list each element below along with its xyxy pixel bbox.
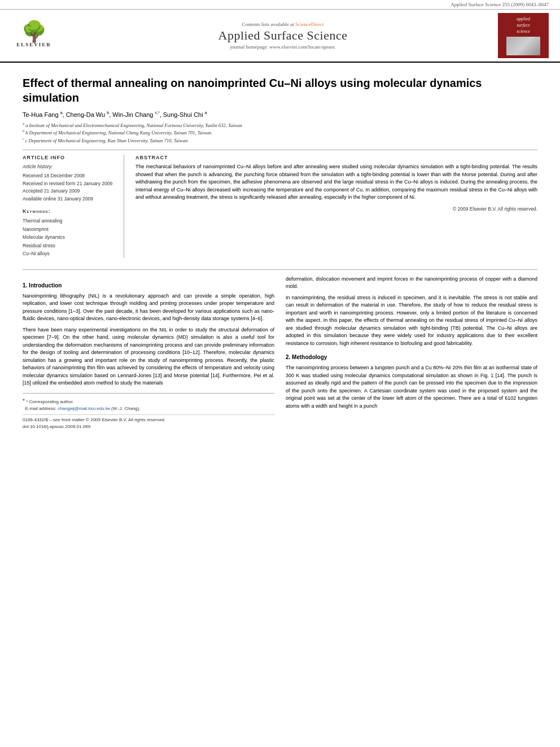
abstract-label: ABSTRACT bbox=[135, 155, 537, 160]
article-history: Article history: Received 18 December 20… bbox=[23, 163, 118, 203]
keyword-1: Nanoimprint bbox=[23, 226, 49, 232]
tree-icon: 🌳 bbox=[21, 21, 47, 42]
elsevier-text: ELSEVIER bbox=[16, 42, 51, 47]
journal-homepage: journal homepage: www.elsevier.com/locat… bbox=[68, 44, 498, 50]
main-content: Effect of thermal annealing on nanoimpri… bbox=[0, 63, 560, 439]
affil-c: c c Department of Mechanical Engineering… bbox=[23, 137, 537, 145]
intro-col2-para1: deformation, dislocation movement and im… bbox=[286, 276, 537, 291]
body-col-left: 1. Introduction Nanoimprinting lithograp… bbox=[23, 276, 274, 430]
keyword-2: Molecular dynamics bbox=[23, 234, 65, 240]
abstract-text: The mechanical behaviors of nanoimprinte… bbox=[135, 163, 537, 202]
article-info-abstract: ARTICLE INFO Article history: Received 1… bbox=[23, 150, 537, 257]
footer-corresponding: * * Corresponding author. bbox=[23, 397, 274, 405]
authors: Te-Hua Fang a, Cheng-Da Wu b, Win-Jin Ch… bbox=[23, 111, 537, 118]
journal-badge: applied surface science bbox=[498, 13, 549, 58]
history-label: Article history: bbox=[23, 163, 118, 171]
footer-issn-line: 0169-4332/$ – see front matter © 2009 El… bbox=[23, 414, 274, 430]
intro-para1: Nanoimprinting lithography (NIL) is a re… bbox=[23, 292, 274, 323]
section2-heading: 2. Methodology bbox=[286, 353, 537, 361]
sciencedirect-link[interactable]: ScienceDirect bbox=[295, 21, 323, 27]
footer-email[interactable]: changwj@mail.ksu.edu.tw bbox=[58, 406, 110, 411]
journal-ref-text: Applied Surface Science 255 (2009) 6043–… bbox=[450, 2, 549, 7]
keyword-3: Residual stress bbox=[23, 243, 55, 248]
body-two-col: 1. Introduction Nanoimprinting lithograp… bbox=[23, 276, 537, 430]
page: Applied Surface Science 255 (2009) 6043–… bbox=[0, 0, 560, 439]
section1-heading: 1. Introduction bbox=[23, 281, 274, 290]
badge-text: applied surface science bbox=[517, 16, 530, 35]
keyword-4: Cu–Ni alloys bbox=[23, 251, 50, 256]
elsevier-logo: 🌳 ELSEVIER bbox=[11, 21, 56, 50]
affil-a: a a Institute of Mechanical and Electrom… bbox=[23, 121, 537, 129]
article-info-column: ARTICLE INFO Article history: Received 1… bbox=[23, 155, 124, 257]
affil-b: b b Department of Mechanical Engineering… bbox=[23, 129, 537, 137]
keywords-section: Keywords: Thermal annealing Nanoimprint … bbox=[23, 208, 118, 257]
accepted-date: Accepted 21 January 2009 bbox=[23, 188, 80, 194]
copyright: © 2009 Elsevier B.V. All rights reserved… bbox=[135, 206, 537, 212]
footer-notes: * * Corresponding author. E-mail address… bbox=[23, 393, 274, 430]
keyword-0: Thermal annealing bbox=[23, 218, 62, 224]
received-date: Received 18 December 2008 bbox=[23, 173, 85, 178]
abstract-column: ABSTRACT The mechanical behaviors of nan… bbox=[135, 155, 537, 257]
journal-ref: Applied Surface Science 255 (2009) 6043–… bbox=[0, 0, 560, 10]
article-info-label: ARTICLE INFO bbox=[23, 155, 118, 160]
revised-date: Received in revised form 21 January 2009 bbox=[23, 181, 112, 186]
journal-header-center: Contents lists available at ScienceDirec… bbox=[68, 21, 498, 50]
keywords-label: Keywords: bbox=[23, 208, 118, 214]
journal-header: 🌳 ELSEVIER Contents lists available at S… bbox=[0, 10, 560, 63]
journal-title: Applied Surface Science bbox=[68, 28, 498, 43]
keywords-list: Thermal annealing Nanoimprint Molecular … bbox=[23, 217, 118, 257]
intro-col2-para2: In nanoimprinting, the residual stress i… bbox=[286, 294, 537, 348]
article-title: Effect of thermal annealing on nanoimpri… bbox=[23, 76, 537, 105]
body-col-right: deformation, dislocation movement and im… bbox=[286, 276, 537, 430]
contents-line: Contents lists available at ScienceDirec… bbox=[68, 21, 498, 27]
methodology-para1: The nanoimprinting process between a tun… bbox=[286, 364, 537, 410]
badge-image bbox=[506, 37, 540, 55]
affiliations: a a Institute of Mechanical and Electrom… bbox=[23, 121, 537, 145]
intro-para2: There have been many experimental invest… bbox=[23, 326, 274, 387]
available-date: Available online 31 January 2009 bbox=[23, 196, 93, 202]
elsevier-logo-area: 🌳 ELSEVIER bbox=[11, 21, 68, 50]
footer-email-line: E-mail address: changwj@mail.ksu.edu.tw … bbox=[23, 405, 274, 412]
body-content: 1. Introduction Nanoimprinting lithograp… bbox=[23, 269, 537, 430]
